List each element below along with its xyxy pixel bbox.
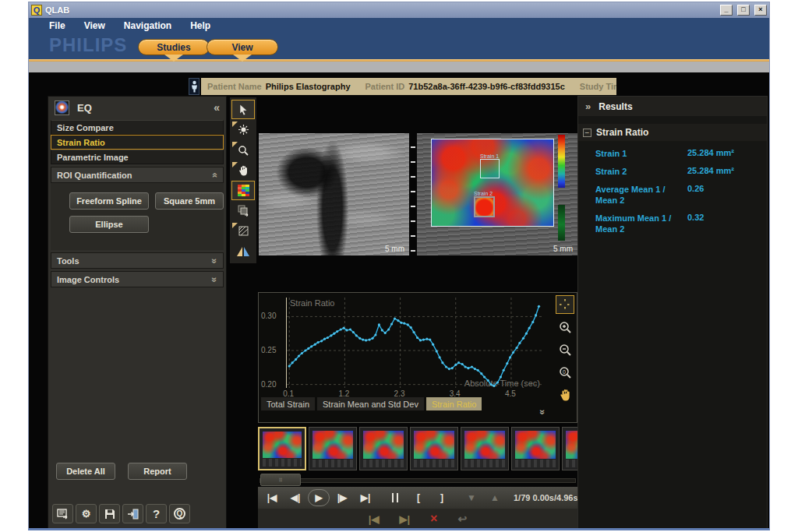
- eq-panel-title: EQ: [77, 102, 206, 114]
- menu-help[interactable]: Help: [190, 20, 210, 31]
- eq-panel-header: EQ «: [48, 97, 226, 118]
- report-button[interactable]: Report: [128, 463, 187, 480]
- timeline-track[interactable]: [260, 478, 576, 483]
- brightness-contrast-tool[interactable]: [231, 120, 255, 139]
- panel-actions: Delete All Report: [56, 463, 187, 480]
- square-5mm-button[interactable]: Square 5mm: [155, 192, 224, 210]
- mode-size-compare[interactable]: Size Compare: [51, 120, 224, 135]
- help-icon[interactable]: ?: [146, 504, 167, 523]
- window-title: QLAB: [45, 5, 715, 15]
- ellipse-button[interactable]: Ellipse: [69, 216, 149, 233]
- frame-thumbnail[interactable]: [410, 427, 458, 470]
- delete-frame-icon[interactable]: ×: [430, 512, 437, 526]
- collapse-panel-icon[interactable]: «: [214, 101, 220, 114]
- chart-collapse-icon[interactable]: »: [538, 410, 549, 415]
- scale-label-left: 5 mm: [385, 245, 404, 253]
- frame-thumbnail[interactable]: [461, 427, 509, 470]
- results-panel: » Results − Strain Ratio Strain 1 25.284…: [577, 96, 768, 529]
- section-roi-quantification[interactable]: ROI Quantification »: [51, 167, 224, 183]
- trim-end-icon[interactable]: ▶|: [399, 513, 410, 525]
- eq-plugin-icon: [55, 100, 69, 115]
- tab-strain-ratio[interactable]: Strain Ratio: [426, 397, 482, 410]
- menu-view[interactable]: View: [84, 20, 105, 31]
- gray-strip: [29, 62, 769, 72]
- tab-tail: [164, 55, 183, 62]
- mode-parametric-image[interactable]: Parametric Image: [51, 150, 224, 164]
- mode-list: Size Compare Strain Ratio Parametric Ima…: [51, 120, 224, 164]
- qlab-logo-icon[interactable]: Q: [169, 504, 190, 523]
- zoom-in-icon[interactable]: [556, 318, 574, 336]
- first-frame-button[interactable]: |◀: [261, 489, 283, 506]
- frame-thumbnail[interactable]: [562, 427, 577, 470]
- roi-strain-1[interactable]: Strain 1: [480, 153, 500, 178]
- title-bar: Q QLAB _ □ ×: [29, 2, 769, 18]
- pointer-tool[interactable]: [231, 100, 255, 119]
- depth-ruler: [411, 133, 415, 255]
- exit-icon[interactable]: [122, 504, 143, 523]
- crosshair-tool[interactable]: [556, 295, 574, 314]
- last-frame-button[interactable]: ▶|: [355, 489, 376, 506]
- compare-tool[interactable]: [231, 241, 255, 261]
- close-button[interactable]: ×: [754, 5, 767, 16]
- save-icon[interactable]: [99, 504, 120, 523]
- tab-strain-mean-stddev[interactable]: Strain Mean and Std Dev: [317, 397, 424, 410]
- freeform-spline-button[interactable]: Freeform Spline: [69, 192, 149, 210]
- bmode-image[interactable]: 5 mm: [259, 133, 409, 255]
- delete-all-button[interactable]: Delete All: [56, 463, 115, 480]
- zoom-reset-icon[interactable]: 0: [556, 363, 574, 382]
- mode-strain-ratio[interactable]: Strain Ratio: [51, 135, 224, 150]
- timeline-thumb[interactable]: ⠿: [260, 474, 301, 486]
- loop-start-button[interactable]: [: [408, 489, 429, 506]
- play-button[interactable]: ▶: [308, 489, 330, 506]
- settings-gears-icon[interactable]: ⚙: [76, 504, 97, 523]
- svg-text:0: 0: [563, 369, 566, 375]
- loop-end-button[interactable]: ]: [431, 489, 453, 506]
- chart-tool-column: 0: [556, 295, 574, 404]
- elastography-image[interactable]: Strain 1 Strain 2 5 mm: [417, 133, 577, 255]
- magnify-tool[interactable]: [231, 140, 255, 160]
- copy-image-tool[interactable]: [231, 201, 255, 220]
- set-marker-button[interactable]: [384, 489, 406, 506]
- expand-panel-icon[interactable]: »: [585, 100, 591, 112]
- frame-thumbnail[interactable]: [309, 427, 357, 470]
- maximize-button[interactable]: □: [737, 5, 750, 16]
- tab-view[interactable]: View: [207, 39, 278, 55]
- patient-bar: Patient Name Philips Elastography Patien…: [201, 78, 616, 95]
- section-tools[interactable]: Tools »: [51, 252, 224, 269]
- tab-studies[interactable]: Studies: [138, 39, 210, 55]
- tab-total-strain[interactable]: Total Strain: [261, 397, 315, 410]
- chart-plot[interactable]: Strain Ratio Absolute Time (sec): [286, 298, 543, 388]
- collapse-section-icon[interactable]: −: [583, 129, 591, 137]
- pan-hand-icon[interactable]: [556, 386, 574, 404]
- undo-icon[interactable]: ↩: [457, 513, 467, 525]
- pan-tool[interactable]: [231, 160, 255, 180]
- screen: Q QLAB _ □ × File View Navigation Help P…: [0, 0, 798, 532]
- frame-thumbnail[interactable]: [258, 427, 306, 470]
- chart-tab-bar: Total Strain Strain Mean and Std Dev Str…: [261, 397, 482, 410]
- frame-thumbnail[interactable]: [511, 427, 560, 470]
- elasto-colorbar: [558, 135, 565, 253]
- strain-chart-panel: Strain Ratio Absolute Time (sec) 0.200.2…: [258, 292, 577, 423]
- y-tick-label: 0.30: [261, 312, 284, 320]
- result-row: Strain 1 25.284 mm²: [595, 148, 767, 159]
- results-section-strain-ratio[interactable]: − Strain Ratio: [578, 124, 767, 141]
- results-header: » Results: [578, 97, 767, 116]
- export-cineloop-icon[interactable]: [52, 504, 73, 523]
- menu-navigation[interactable]: Navigation: [124, 20, 171, 31]
- speed-down-button[interactable]: ▼: [461, 489, 482, 506]
- viewer-tool-column: [230, 97, 256, 263]
- philips-logo: PHILIPS: [49, 34, 127, 56]
- section-image-controls[interactable]: Image Controls »: [51, 271, 224, 287]
- frame-thumbnail[interactable]: [359, 427, 408, 470]
- annotate-tool[interactable]: [231, 221, 255, 241]
- menu-file[interactable]: File: [49, 20, 65, 31]
- zoom-out-icon[interactable]: [556, 340, 574, 359]
- next-frame-button[interactable]: |▶: [331, 489, 353, 506]
- trim-start-icon[interactable]: |◀: [369, 513, 380, 525]
- speed-up-button[interactable]: ▲: [484, 489, 506, 506]
- eq-panel: EQ « Size Compare Strain Ratio Parametri…: [48, 96, 227, 529]
- prev-frame-button[interactable]: ◀|: [284, 489, 306, 506]
- roi-strain-2[interactable]: Strain 2: [474, 191, 495, 217]
- colormap-tool[interactable]: [231, 181, 255, 200]
- minimize-button[interactable]: _: [720, 5, 733, 16]
